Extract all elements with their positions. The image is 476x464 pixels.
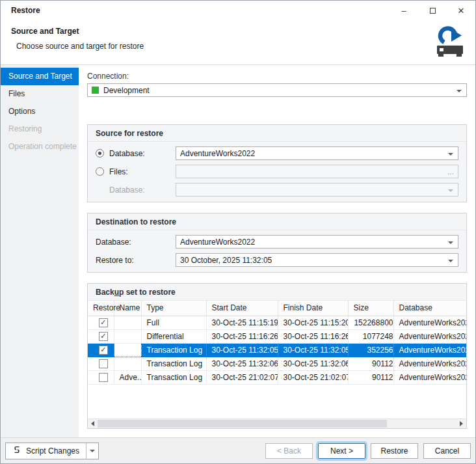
chevron-down-icon <box>456 90 462 92</box>
chevron-down-icon <box>448 189 453 192</box>
script-changes-label: Script Changes <box>26 446 79 456</box>
restore-checkbox-cell[interactable] <box>88 343 114 357</box>
restore-button[interactable]: Restore <box>371 443 418 459</box>
destination-database-label: Database: <box>96 238 131 247</box>
backup-title-post: p set to restore <box>119 288 176 297</box>
type-cell[interactable]: Transaction Log <box>141 357 206 370</box>
script-changes-button[interactable]: Script Changes <box>6 443 86 459</box>
restore-to-combobox[interactable]: 30 October, 2025 11:32:05 <box>176 253 458 267</box>
next-button[interactable]: Next > <box>318 443 365 459</box>
name-cell[interactable] <box>114 343 141 357</box>
maximize-button[interactable] <box>418 1 447 20</box>
restore-checkbox-cell[interactable] <box>88 329 114 343</box>
type-cell[interactable]: Transaction Log <box>141 370 206 384</box>
checked-checkbox-icon[interactable] <box>99 318 108 327</box>
source-files-radio[interactable] <box>96 167 104 176</box>
finish-date-cell[interactable]: 30-Oct-25 11:32:06 <box>278 357 348 370</box>
start-date-cell[interactable]: 30-Oct-25 11:15:19 <box>206 316 278 329</box>
restore-to-value: 30 October, 2025 11:32:05 <box>180 256 272 265</box>
size-cell[interactable]: 90112 <box>348 357 393 370</box>
destination-database-combobox[interactable]: AdventureWorks2022 <box>176 235 458 249</box>
checked-checkbox-icon[interactable] <box>99 332 108 341</box>
restore-checkbox-cell[interactable] <box>88 370 114 384</box>
start-date-cell[interactable]: 30-Oct-25 21:02:07 <box>206 370 278 384</box>
type-cell[interactable]: Transaction Log <box>141 343 206 357</box>
sidebar-item-source-and-target[interactable]: Source and Target <box>1 68 79 85</box>
column-header-finish-date[interactable]: Finish Date <box>278 301 348 316</box>
size-cell[interactable]: 90112 <box>348 370 393 384</box>
column-header-start-date[interactable]: Start Date <box>206 301 278 316</box>
size-cell[interactable]: 352256 <box>348 343 393 357</box>
script-changes-dropdown-button[interactable] <box>86 443 98 459</box>
database-cell[interactable]: AdventureWorks2022 <box>393 316 466 329</box>
destination-database-value: AdventureWorks2022 <box>180 238 255 247</box>
restore-dialog: Restore – ✕ Source and Target Choose sou… <box>0 0 476 464</box>
chevron-down-icon <box>448 153 453 156</box>
table-row[interactable]: Transaction Log30-Oct-25 11:32:0530-Oct-… <box>88 343 466 357</box>
destination-to-restore-group: Destination to restore Database: Adventu… <box>87 213 467 273</box>
restore-checkbox-cell[interactable] <box>88 357 114 370</box>
name-cell[interactable] <box>114 329 141 343</box>
name-cell[interactable] <box>114 357 141 370</box>
start-date-cell[interactable]: 30-Oct-25 11:32:06 <box>206 357 278 370</box>
source-database-value: AdventureWorks2022 <box>180 149 255 158</box>
size-cell[interactable]: 152268800 <box>348 316 393 329</box>
finish-date-cell[interactable]: 30-Oct-25 11:15:20 <box>278 316 348 329</box>
name-cell[interactable] <box>114 316 141 329</box>
start-date-cell[interactable]: 30-Oct-25 11:16:26 <box>206 329 278 343</box>
source-database2-label: Database: <box>109 185 145 195</box>
finish-date-cell[interactable]: 30-Oct-25 11:16:26 <box>278 329 348 343</box>
scrollbar-thumb[interactable] <box>98 420 387 428</box>
restore-checkbox-cell[interactable] <box>88 316 114 329</box>
database-cell[interactable]: AdventureWorks2022 <box>393 370 466 384</box>
connection-combobox[interactable]: Development <box>87 83 467 97</box>
finish-date-cell[interactable]: 30-Oct-25 11:32:05 <box>278 343 348 357</box>
page-title: Source and Target <box>11 27 475 36</box>
connection-status-icon <box>92 87 99 94</box>
source-files-label: Files: <box>109 167 128 176</box>
column-header-size[interactable]: Size <box>348 301 393 316</box>
unchecked-checkbox-icon[interactable] <box>99 373 108 382</box>
table-header-row: Restore Name Type Start Date Finish Date… <box>88 301 466 316</box>
name-cell[interactable]: Adve... <box>114 370 141 384</box>
column-header-restore[interactable]: Restore <box>88 301 114 316</box>
table-row[interactable]: Transaction Log30-Oct-25 11:32:0630-Oct-… <box>88 357 466 370</box>
type-cell[interactable]: Full <box>141 316 206 329</box>
cancel-button[interactable]: Cancel <box>423 443 471 459</box>
table-row[interactable]: Adve...Transaction Log30-Oct-25 21:02:07… <box>88 370 466 384</box>
minimize-icon: – <box>401 6 406 16</box>
source-database-radio[interactable] <box>96 149 104 157</box>
window-title: Restore <box>11 6 40 15</box>
scroll-left-arrow-icon[interactable] <box>88 419 98 428</box>
start-date-cell[interactable]: 30-Oct-25 11:32:05 <box>206 343 278 357</box>
sidebar-item-options[interactable]: Options <box>1 103 79 120</box>
sidebar-item-files[interactable]: Files <box>1 85 79 103</box>
connection-value: Development <box>103 86 150 95</box>
source-for-restore-group: Source for restore Database: AdventureWo… <box>87 124 467 202</box>
source-database-combobox[interactable]: AdventureWorks2022 <box>176 146 458 160</box>
database-cell[interactable]: AdventureWorks2022 <box>393 357 466 370</box>
source-database2-combobox <box>176 183 458 197</box>
column-header-type[interactable]: Type <box>141 301 206 316</box>
column-header-database[interactable]: Database <box>393 301 466 316</box>
size-cell[interactable]: 1077248 <box>348 329 393 343</box>
table-row[interactable]: Full30-Oct-25 11:15:1930-Oct-25 11:15:20… <box>88 316 466 329</box>
checked-checkbox-icon[interactable] <box>99 346 108 355</box>
unchecked-checkbox-icon[interactable] <box>99 359 108 368</box>
wizard-steps-sidebar: Source and Target Files Options Restorin… <box>1 65 79 437</box>
scrollbar-track[interactable] <box>98 419 456 428</box>
finish-date-cell[interactable]: 30-Oct-25 21:02:07 <box>278 370 348 384</box>
table-row[interactable]: Differential30-Oct-25 11:16:2630-Oct-25 … <box>88 329 466 343</box>
horizontal-scrollbar[interactable] <box>88 418 466 428</box>
type-cell[interactable]: Differential <box>141 329 206 343</box>
maximize-icon <box>430 8 436 14</box>
scroll-right-arrow-icon[interactable] <box>456 419 466 428</box>
minimize-button[interactable]: – <box>390 1 418 20</box>
main-panel: Connection: Development Source for resto… <box>79 65 475 437</box>
sidebar-item-restoring: Restoring <box>1 120 79 138</box>
database-cell[interactable]: AdventureWorks2022 <box>393 343 466 357</box>
database-cell[interactable]: AdventureWorks2022 <box>393 329 466 343</box>
close-icon: ✕ <box>458 6 465 16</box>
close-button[interactable]: ✕ <box>447 1 475 20</box>
destination-group-title: Destination to restore <box>88 213 466 230</box>
